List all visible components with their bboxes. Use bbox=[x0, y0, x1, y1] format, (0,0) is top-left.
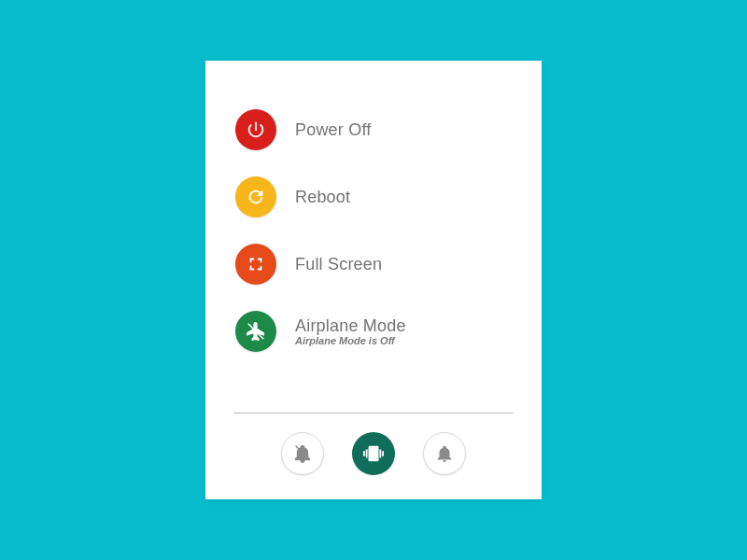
fullscreen-label: Full Screen bbox=[295, 255, 382, 274]
sound-button[interactable] bbox=[423, 432, 466, 475]
power-off-label: Power Off bbox=[295, 120, 372, 140]
airplane-mode-item[interactable]: Airplane Mode Airplane Mode is Off bbox=[235, 298, 512, 365]
reboot-icon bbox=[235, 176, 276, 217]
power-off-item[interactable]: Power Off bbox=[235, 96, 512, 163]
bell-off-icon bbox=[292, 443, 313, 464]
power-menu-list: Power Off Reboot Full Screen Air bbox=[235, 96, 512, 407]
fullscreen-icon bbox=[235, 244, 276, 285]
sound-mode-footer bbox=[235, 413, 512, 475]
airplane-icon bbox=[235, 311, 276, 352]
power-menu-card: Power Off Reboot Full Screen Air bbox=[205, 61, 542, 499]
power-icon bbox=[235, 109, 276, 150]
airplane-mode-label: Airplane Mode bbox=[295, 316, 406, 336]
fullscreen-item[interactable]: Full Screen bbox=[235, 231, 512, 298]
vibrate-icon bbox=[363, 443, 384, 464]
vibrate-button[interactable] bbox=[352, 432, 395, 475]
airplane-mode-status: Airplane Mode is Off bbox=[295, 335, 406, 346]
reboot-label: Reboot bbox=[295, 188, 350, 207]
bell-icon bbox=[434, 443, 455, 464]
mute-button[interactable] bbox=[281, 432, 324, 475]
reboot-item[interactable]: Reboot bbox=[235, 163, 512, 231]
